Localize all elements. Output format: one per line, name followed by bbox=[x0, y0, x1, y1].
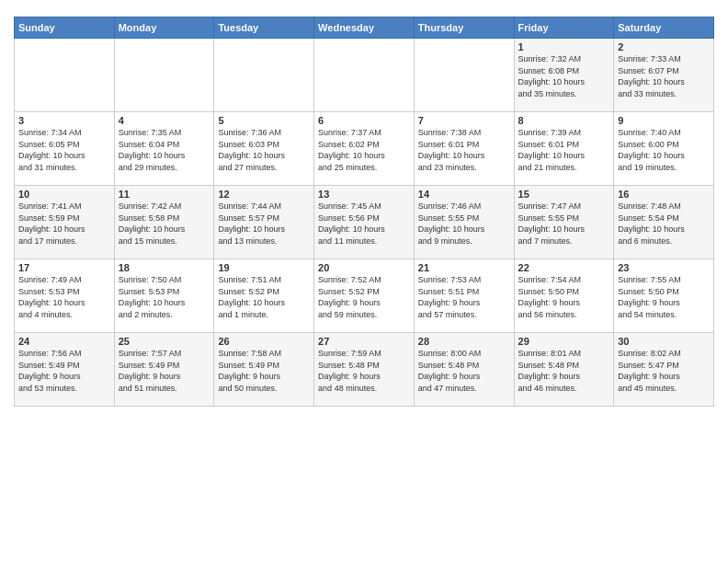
day-info: Sunrise: 7:46 AM Sunset: 5:55 PM Dayligh… bbox=[418, 201, 510, 247]
day-info: Sunrise: 7:53 AM Sunset: 5:51 PM Dayligh… bbox=[418, 274, 510, 320]
day-cell: 19Sunrise: 7:51 AM Sunset: 5:52 PM Dayli… bbox=[214, 259, 314, 333]
day-number: 3 bbox=[18, 115, 110, 126]
day-info: Sunrise: 7:51 AM Sunset: 5:52 PM Dayligh… bbox=[218, 274, 310, 320]
day-number: 13 bbox=[318, 189, 410, 200]
day-info: Sunrise: 7:54 AM Sunset: 5:50 PM Dayligh… bbox=[518, 274, 610, 320]
day-number: 1 bbox=[518, 41, 610, 52]
day-number: 11 bbox=[119, 189, 210, 200]
day-cell: 13Sunrise: 7:45 AM Sunset: 5:56 PM Dayli… bbox=[314, 186, 415, 259]
day-cell: 26Sunrise: 7:58 AM Sunset: 5:49 PM Dayli… bbox=[214, 333, 314, 407]
week-row-1: 1Sunrise: 7:32 AM Sunset: 6:08 PM Daylig… bbox=[15, 39, 714, 112]
day-cell: 12Sunrise: 7:44 AM Sunset: 5:57 PM Dayli… bbox=[214, 186, 314, 259]
day-cell: 30Sunrise: 8:02 AM Sunset: 5:47 PM Dayli… bbox=[614, 333, 714, 407]
day-cell: 17Sunrise: 7:49 AM Sunset: 5:53 PM Dayli… bbox=[15, 259, 115, 333]
day-cell: 15Sunrise: 7:47 AM Sunset: 5:55 PM Dayli… bbox=[514, 186, 614, 259]
day-info: Sunrise: 7:37 AM Sunset: 6:02 PM Dayligh… bbox=[318, 127, 410, 173]
calendar-container: SundayMondayTuesdayWednesdayThursdayFrid… bbox=[0, 0, 728, 414]
day-cell: 16Sunrise: 7:48 AM Sunset: 5:54 PM Dayli… bbox=[614, 186, 714, 259]
calendar-table: SundayMondayTuesdayWednesdayThursdayFrid… bbox=[14, 17, 714, 407]
day-cell bbox=[314, 39, 415, 112]
day-info: Sunrise: 7:49 AM Sunset: 5:53 PM Dayligh… bbox=[18, 274, 110, 320]
day-cell: 24Sunrise: 7:56 AM Sunset: 5:49 PM Dayli… bbox=[15, 333, 115, 407]
day-cell: 4Sunrise: 7:35 AM Sunset: 6:04 PM Daylig… bbox=[114, 112, 214, 186]
weekday-header-wednesday: Wednesday bbox=[314, 17, 415, 39]
weekday-header-friday: Friday bbox=[514, 17, 614, 39]
day-info: Sunrise: 7:52 AM Sunset: 5:52 PM Dayligh… bbox=[318, 274, 410, 320]
day-info: Sunrise: 7:45 AM Sunset: 5:56 PM Dayligh… bbox=[318, 201, 410, 247]
day-info: Sunrise: 7:47 AM Sunset: 5:55 PM Dayligh… bbox=[518, 201, 610, 247]
day-cell bbox=[114, 39, 214, 112]
weekday-header-monday: Monday bbox=[114, 17, 214, 39]
day-cell: 20Sunrise: 7:52 AM Sunset: 5:52 PM Dayli… bbox=[314, 259, 415, 333]
day-number: 18 bbox=[119, 262, 210, 273]
day-cell: 5Sunrise: 7:36 AM Sunset: 6:03 PM Daylig… bbox=[214, 112, 314, 186]
day-number: 20 bbox=[318, 262, 410, 273]
day-number: 10 bbox=[18, 189, 110, 200]
day-info: Sunrise: 7:39 AM Sunset: 6:01 PM Dayligh… bbox=[518, 127, 610, 173]
day-cell: 10Sunrise: 7:41 AM Sunset: 5:59 PM Dayli… bbox=[15, 186, 115, 259]
week-row-3: 10Sunrise: 7:41 AM Sunset: 5:59 PM Dayli… bbox=[15, 186, 714, 259]
day-cell bbox=[214, 39, 314, 112]
weekday-header-tuesday: Tuesday bbox=[214, 17, 314, 39]
day-number: 21 bbox=[418, 262, 510, 273]
day-cell: 8Sunrise: 7:39 AM Sunset: 6:01 PM Daylig… bbox=[514, 112, 614, 186]
day-info: Sunrise: 7:40 AM Sunset: 6:00 PM Dayligh… bbox=[618, 127, 710, 173]
day-info: Sunrise: 7:48 AM Sunset: 5:54 PM Dayligh… bbox=[618, 201, 710, 247]
day-info: Sunrise: 7:34 AM Sunset: 6:05 PM Dayligh… bbox=[18, 127, 110, 173]
day-number: 12 bbox=[218, 189, 310, 200]
day-cell: 28Sunrise: 8:00 AM Sunset: 5:48 PM Dayli… bbox=[414, 333, 514, 407]
day-info: Sunrise: 7:41 AM Sunset: 5:59 PM Dayligh… bbox=[18, 201, 110, 247]
day-number: 23 bbox=[618, 262, 710, 273]
day-number: 17 bbox=[18, 262, 110, 273]
day-info: Sunrise: 8:02 AM Sunset: 5:47 PM Dayligh… bbox=[618, 348, 710, 394]
day-cell: 9Sunrise: 7:40 AM Sunset: 6:00 PM Daylig… bbox=[614, 112, 714, 186]
day-number: 4 bbox=[119, 115, 210, 126]
day-number: 22 bbox=[518, 262, 610, 273]
week-row-2: 3Sunrise: 7:34 AM Sunset: 6:05 PM Daylig… bbox=[15, 112, 714, 186]
weekday-header-thursday: Thursday bbox=[414, 17, 514, 39]
day-number: 26 bbox=[218, 336, 310, 347]
day-info: Sunrise: 7:44 AM Sunset: 5:57 PM Dayligh… bbox=[218, 201, 310, 247]
day-number: 27 bbox=[318, 336, 410, 347]
day-cell: 7Sunrise: 7:38 AM Sunset: 6:01 PM Daylig… bbox=[414, 112, 514, 186]
day-info: Sunrise: 7:33 AM Sunset: 6:07 PM Dayligh… bbox=[618, 53, 710, 99]
day-info: Sunrise: 7:42 AM Sunset: 5:58 PM Dayligh… bbox=[119, 201, 210, 247]
day-number: 25 bbox=[119, 336, 210, 347]
day-number: 30 bbox=[618, 336, 710, 347]
day-info: Sunrise: 7:36 AM Sunset: 6:03 PM Dayligh… bbox=[218, 127, 310, 173]
weekday-header-saturday: Saturday bbox=[614, 17, 714, 39]
day-number: 24 bbox=[18, 336, 110, 347]
day-cell: 6Sunrise: 7:37 AM Sunset: 6:02 PM Daylig… bbox=[314, 112, 415, 186]
day-cell: 14Sunrise: 7:46 AM Sunset: 5:55 PM Dayli… bbox=[414, 186, 514, 259]
day-cell: 29Sunrise: 8:01 AM Sunset: 5:48 PM Dayli… bbox=[514, 333, 614, 407]
day-cell: 23Sunrise: 7:55 AM Sunset: 5:50 PM Dayli… bbox=[614, 259, 714, 333]
day-info: Sunrise: 8:01 AM Sunset: 5:48 PM Dayligh… bbox=[518, 348, 610, 394]
day-number: 29 bbox=[518, 336, 610, 347]
day-info: Sunrise: 7:57 AM Sunset: 5:49 PM Dayligh… bbox=[119, 348, 210, 394]
day-number: 14 bbox=[418, 189, 510, 200]
day-number: 2 bbox=[618, 41, 710, 52]
day-info: Sunrise: 7:35 AM Sunset: 6:04 PM Dayligh… bbox=[119, 127, 210, 173]
day-cell bbox=[414, 39, 514, 112]
day-number: 6 bbox=[318, 115, 410, 126]
day-number: 7 bbox=[418, 115, 510, 126]
week-row-4: 17Sunrise: 7:49 AM Sunset: 5:53 PM Dayli… bbox=[15, 259, 714, 333]
day-cell: 21Sunrise: 7:53 AM Sunset: 5:51 PM Dayli… bbox=[414, 259, 514, 333]
day-cell: 2Sunrise: 7:33 AM Sunset: 6:07 PM Daylig… bbox=[614, 39, 714, 112]
day-cell: 22Sunrise: 7:54 AM Sunset: 5:50 PM Dayli… bbox=[514, 259, 614, 333]
day-number: 15 bbox=[518, 189, 610, 200]
day-info: Sunrise: 7:38 AM Sunset: 6:01 PM Dayligh… bbox=[418, 127, 510, 173]
day-info: Sunrise: 7:50 AM Sunset: 5:53 PM Dayligh… bbox=[119, 274, 210, 320]
day-cell: 1Sunrise: 7:32 AM Sunset: 6:08 PM Daylig… bbox=[514, 39, 614, 112]
day-number: 9 bbox=[618, 115, 710, 126]
day-number: 16 bbox=[618, 189, 710, 200]
day-info: Sunrise: 8:00 AM Sunset: 5:48 PM Dayligh… bbox=[418, 348, 510, 394]
weekday-header-sunday: Sunday bbox=[15, 17, 115, 39]
day-cell: 25Sunrise: 7:57 AM Sunset: 5:49 PM Dayli… bbox=[114, 333, 214, 407]
day-number: 28 bbox=[418, 336, 510, 347]
day-cell: 18Sunrise: 7:50 AM Sunset: 5:53 PM Dayli… bbox=[114, 259, 214, 333]
day-cell bbox=[15, 39, 115, 112]
day-info: Sunrise: 7:59 AM Sunset: 5:48 PM Dayligh… bbox=[318, 348, 410, 394]
day-cell: 27Sunrise: 7:59 AM Sunset: 5:48 PM Dayli… bbox=[314, 333, 415, 407]
day-cell: 3Sunrise: 7:34 AM Sunset: 6:05 PM Daylig… bbox=[15, 112, 115, 186]
